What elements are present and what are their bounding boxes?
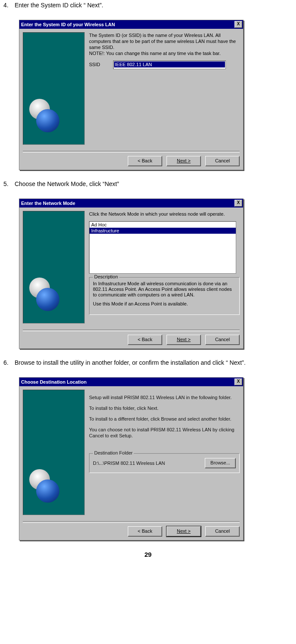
back-button[interactable]: < Back [128,335,162,345]
cancel-button[interactable]: Cancel [205,335,240,345]
ssid-value: IEEE 802.11 LAN [114,61,225,67]
title-caption: Enter the Network Mode [21,201,234,206]
info-text: Setup will install PRISM 802.11 Wireless… [89,394,240,400]
step-5: 5. Choose the Network Mode, click “Next” [3,180,293,187]
step-number: 6. [3,359,13,366]
ssid-input[interactable]: IEEE 802.11 LAN [113,61,226,69]
group-legend: Destination Folder [93,450,134,455]
network-mode-listbox[interactable]: Ad Hoc Infrastructure [89,221,236,274]
destination-path: D:\...\PRISM 802.11 Wireless LAN [93,461,165,466]
title-bar: Choose Destination Location X [19,378,243,386]
page-number: 29 [3,551,293,558]
step-text: Browse to install the utility in another… [15,359,246,366]
list-item[interactable]: Infrastructure [89,228,236,234]
dialog-system-id: Enter the System ID of your Wireless LAN… [19,20,244,170]
title-caption: Choose Destination Location [21,379,234,385]
step-number: 5. [3,180,13,187]
info-text: To install to a different folder, click … [89,416,240,422]
title-bar: Enter the Network Mode X [19,199,243,208]
info-text: The System ID (or SSID) is the name of y… [89,32,240,56]
back-button[interactable]: < Back [128,156,162,166]
globe-icon [36,288,59,311]
next-button[interactable]: Next > [166,156,201,166]
cancel-button[interactable]: Cancel [205,156,240,166]
close-icon[interactable]: X [234,200,242,207]
list-item[interactable]: Ad Hoc [89,222,236,228]
step-4: 4. Enter the System ID click “ Next”. [3,2,293,9]
globe-icon [36,109,59,132]
destination-group: Destination Folder D:\...\PRISM 802.11 W… [89,453,240,473]
description-group: Description In Infrastructure Mode all w… [89,277,240,315]
step-text: Enter the System ID click “ Next”. [15,2,103,9]
close-icon[interactable]: X [234,378,242,385]
globe-icon [36,479,59,503]
wizard-graphic [23,211,85,324]
step-text: Choose the Network Mode, click “Next” [15,180,119,187]
ssid-label: SSID [89,61,113,67]
info-text: To install to this folder, click Next. [89,405,240,411]
description-text: Use this Mode if an Access Point is avai… [93,301,236,307]
step-number: 4. [3,2,13,9]
info-text: You can choose not to install PRISM 802.… [89,427,240,439]
cancel-button[interactable]: Cancel [205,526,240,537]
close-icon[interactable]: X [234,21,242,28]
step-6: 6. Browse to install the utility in anot… [3,359,293,366]
next-button[interactable]: Next > [166,335,201,345]
title-bar: Enter the System ID of your Wireless LAN… [19,20,243,29]
next-button[interactable]: Next > [166,526,201,537]
dialog-destination: Choose Destination Location X Setup will… [19,377,244,540]
description-text: In Infrastructure Mode all wireless comm… [93,281,236,298]
info-text: Click the Network Mode in which your wir… [89,211,240,217]
wizard-graphic [23,390,85,515]
wizard-graphic [23,32,85,145]
back-button[interactable]: < Back [128,526,162,537]
group-legend: Description [93,274,119,279]
title-caption: Enter the System ID of your Wireless LAN [21,22,234,27]
browse-button[interactable]: Browse... [205,458,236,468]
dialog-network-mode: Enter the Network Mode X Click the Netwo… [19,198,244,349]
